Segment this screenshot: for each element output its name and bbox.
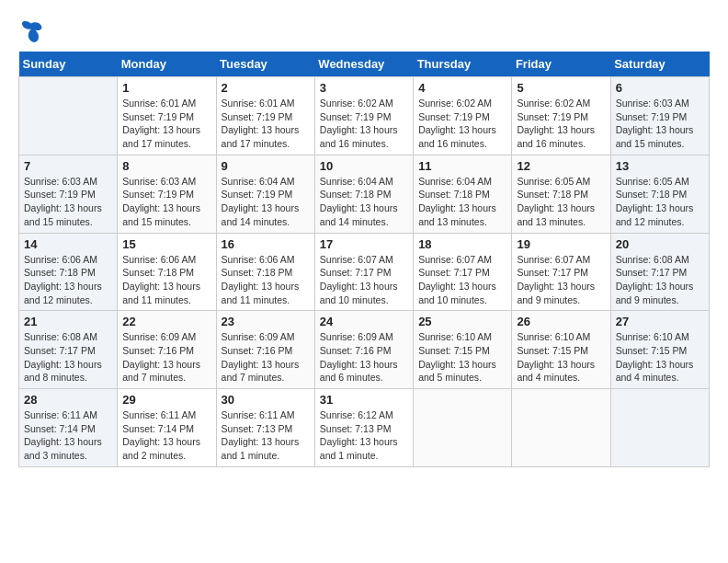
- day-info: Sunrise: 6:09 AMSunset: 7:16 PMDaylight:…: [320, 330, 408, 385]
- day-number: 21: [24, 315, 112, 328]
- day-number: 17: [320, 237, 408, 251]
- calendar-cell: 31Sunrise: 6:12 AMSunset: 7:13 PMDayligh…: [314, 389, 413, 467]
- day-number: 15: [122, 237, 210, 251]
- day-number: 2: [222, 81, 310, 95]
- calendar-cell: 15Sunrise: 6:06 AMSunset: 7:18 PMDayligh…: [118, 233, 216, 311]
- day-info: Sunrise: 6:07 AMSunset: 7:17 PMDaylight:…: [320, 253, 408, 307]
- day-info: Sunrise: 6:07 AMSunset: 7:17 PMDaylight:…: [418, 253, 506, 307]
- calendar-cell: 27Sunrise: 6:10 AMSunset: 7:15 PMDayligh…: [610, 311, 709, 389]
- day-number: 30: [222, 393, 310, 407]
- calendar-cell: [19, 77, 118, 155]
- calendar-cell: 28Sunrise: 6:11 AMSunset: 7:14 PMDayligh…: [19, 389, 118, 467]
- day-info: Sunrise: 6:01 AMSunset: 7:19 PMDaylight:…: [122, 97, 210, 151]
- week-row-5: 28Sunrise: 6:11 AMSunset: 7:14 PMDayligh…: [19, 389, 710, 467]
- day-number: 3: [320, 81, 408, 95]
- calendar-cell: 4Sunrise: 6:02 AMSunset: 7:19 PMDaylight…: [414, 77, 512, 155]
- day-info: Sunrise: 6:11 AMSunset: 7:13 PMDaylight:…: [222, 408, 310, 463]
- calendar-cell: 9Sunrise: 6:04 AMSunset: 7:19 PMDaylight…: [216, 155, 314, 233]
- day-info: Sunrise: 6:05 AMSunset: 7:18 PMDaylight:…: [616, 175, 704, 229]
- calendar-cell: 18Sunrise: 6:07 AMSunset: 7:17 PMDayligh…: [414, 233, 512, 311]
- day-info: Sunrise: 6:10 AMSunset: 7:15 PMDaylight:…: [517, 330, 605, 385]
- day-number: 20: [616, 237, 704, 251]
- day-number: 13: [616, 159, 704, 173]
- calendar-cell: 12Sunrise: 6:05 AMSunset: 7:18 PMDayligh…: [512, 155, 610, 233]
- calendar-cell: 22Sunrise: 6:09 AMSunset: 7:16 PMDayligh…: [118, 311, 216, 389]
- day-number: 28: [24, 393, 112, 407]
- day-info: Sunrise: 6:04 AMSunset: 7:18 PMDaylight:…: [418, 175, 506, 229]
- calendar-table: SundayMondayTuesdayWednesdayThursdayFrid…: [18, 52, 710, 467]
- day-info: Sunrise: 6:10 AMSunset: 7:15 PMDaylight:…: [616, 330, 704, 385]
- day-number: 5: [517, 81, 605, 95]
- day-number: 9: [222, 159, 310, 173]
- day-number: 12: [517, 159, 605, 173]
- calendar-cell: 29Sunrise: 6:11 AMSunset: 7:14 PMDayligh…: [118, 389, 216, 467]
- calendar-cell: 30Sunrise: 6:11 AMSunset: 7:13 PMDayligh…: [216, 389, 314, 467]
- day-number: 29: [122, 393, 210, 407]
- day-info: Sunrise: 6:06 AMSunset: 7:18 PMDaylight:…: [122, 253, 210, 307]
- day-number: 26: [517, 315, 605, 328]
- day-number: 1: [122, 81, 210, 95]
- day-info: Sunrise: 6:04 AMSunset: 7:19 PMDaylight:…: [222, 175, 310, 229]
- calendar-cell: 5Sunrise: 6:02 AMSunset: 7:19 PMDaylight…: [512, 77, 610, 155]
- day-info: Sunrise: 6:11 AMSunset: 7:14 PMDaylight:…: [122, 408, 210, 463]
- day-info: Sunrise: 6:09 AMSunset: 7:16 PMDaylight:…: [222, 330, 310, 385]
- calendar-cell: [610, 389, 709, 467]
- calendar-cell: 26Sunrise: 6:10 AMSunset: 7:15 PMDayligh…: [512, 311, 610, 389]
- day-number: 14: [24, 237, 112, 251]
- calendar-cell: 20Sunrise: 6:08 AMSunset: 7:17 PMDayligh…: [610, 233, 709, 311]
- calendar-cell: 10Sunrise: 6:04 AMSunset: 7:18 PMDayligh…: [314, 155, 413, 233]
- day-info: Sunrise: 6:03 AMSunset: 7:19 PMDaylight:…: [122, 175, 210, 229]
- calendar-cell: 19Sunrise: 6:07 AMSunset: 7:17 PMDayligh…: [512, 233, 610, 311]
- day-number: 11: [418, 159, 506, 173]
- day-header-wednesday: Wednesday: [314, 52, 413, 77]
- calendar-cell: 11Sunrise: 6:04 AMSunset: 7:18 PMDayligh…: [414, 155, 512, 233]
- calendar-cell: [512, 389, 610, 467]
- day-number: 23: [222, 315, 310, 328]
- bird-icon: [18, 18, 44, 44]
- day-info: Sunrise: 6:02 AMSunset: 7:19 PMDaylight:…: [418, 97, 506, 151]
- day-info: Sunrise: 6:01 AMSunset: 7:19 PMDaylight:…: [222, 97, 310, 151]
- week-row-3: 14Sunrise: 6:06 AMSunset: 7:18 PMDayligh…: [19, 233, 710, 311]
- day-info: Sunrise: 6:11 AMSunset: 7:14 PMDaylight:…: [24, 408, 112, 463]
- week-row-1: 1Sunrise: 6:01 AMSunset: 7:19 PMDaylight…: [19, 77, 710, 155]
- day-info: Sunrise: 6:12 AMSunset: 7:13 PMDaylight:…: [320, 408, 408, 463]
- day-info: Sunrise: 6:03 AMSunset: 7:19 PMDaylight:…: [616, 97, 704, 151]
- day-info: Sunrise: 6:06 AMSunset: 7:18 PMDaylight:…: [222, 253, 310, 307]
- day-header-sunday: Sunday: [19, 52, 118, 77]
- day-number: 27: [616, 315, 704, 328]
- day-info: Sunrise: 6:05 AMSunset: 7:18 PMDaylight:…: [517, 175, 605, 229]
- day-info: Sunrise: 6:08 AMSunset: 7:17 PMDaylight:…: [24, 330, 112, 385]
- calendar-cell: 6Sunrise: 6:03 AMSunset: 7:19 PMDaylight…: [610, 77, 709, 155]
- calendar-cell: 1Sunrise: 6:01 AMSunset: 7:19 PMDaylight…: [118, 77, 216, 155]
- day-header-thursday: Thursday: [414, 52, 512, 77]
- day-info: Sunrise: 6:07 AMSunset: 7:17 PMDaylight:…: [517, 253, 605, 307]
- day-number: 24: [320, 315, 408, 328]
- day-number: 4: [418, 81, 506, 95]
- calendar-cell: 16Sunrise: 6:06 AMSunset: 7:18 PMDayligh…: [216, 233, 314, 311]
- day-header-tuesday: Tuesday: [216, 52, 314, 77]
- day-info: Sunrise: 6:02 AMSunset: 7:19 PMDaylight:…: [320, 97, 408, 151]
- calendar-cell: [414, 389, 512, 467]
- day-info: Sunrise: 6:09 AMSunset: 7:16 PMDaylight:…: [122, 330, 210, 385]
- day-info: Sunrise: 6:08 AMSunset: 7:17 PMDaylight:…: [616, 253, 704, 307]
- calendar-cell: 23Sunrise: 6:09 AMSunset: 7:16 PMDayligh…: [216, 311, 314, 389]
- day-number: 25: [418, 315, 506, 328]
- day-number: 31: [320, 393, 408, 407]
- calendar-cell: 21Sunrise: 6:08 AMSunset: 7:17 PMDayligh…: [19, 311, 118, 389]
- day-info: Sunrise: 6:06 AMSunset: 7:18 PMDaylight:…: [24, 253, 112, 307]
- day-info: Sunrise: 6:04 AMSunset: 7:18 PMDaylight:…: [320, 175, 408, 229]
- logo: [18, 18, 48, 44]
- day-info: Sunrise: 6:03 AMSunset: 7:19 PMDaylight:…: [24, 175, 112, 229]
- day-info: Sunrise: 6:02 AMSunset: 7:19 PMDaylight:…: [517, 97, 605, 151]
- day-number: 18: [418, 237, 506, 251]
- week-row-2: 7Sunrise: 6:03 AMSunset: 7:19 PMDaylight…: [19, 155, 710, 233]
- day-number: 16: [222, 237, 310, 251]
- calendar-cell: 3Sunrise: 6:02 AMSunset: 7:19 PMDaylight…: [314, 77, 413, 155]
- day-header-saturday: Saturday: [610, 52, 709, 77]
- day-number: 6: [616, 81, 704, 95]
- calendar-cell: 17Sunrise: 6:07 AMSunset: 7:17 PMDayligh…: [314, 233, 413, 311]
- calendar-cell: 14Sunrise: 6:06 AMSunset: 7:18 PMDayligh…: [19, 233, 118, 311]
- calendar-cell: 2Sunrise: 6:01 AMSunset: 7:19 PMDaylight…: [216, 77, 314, 155]
- day-header-friday: Friday: [512, 52, 610, 77]
- day-number: 22: [122, 315, 210, 328]
